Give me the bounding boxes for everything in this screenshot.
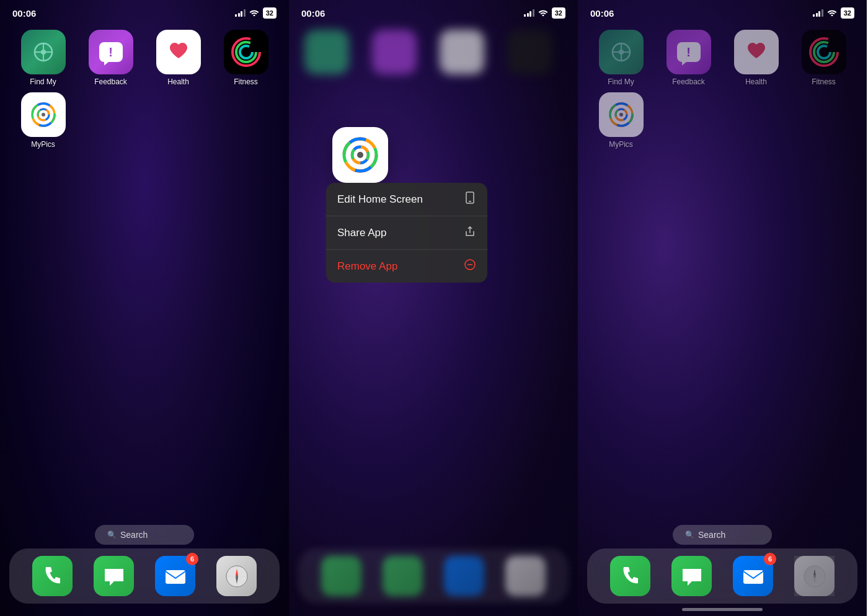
feedback-label-1: Feedback	[94, 77, 127, 86]
app-health-1[interactable]: Health	[151, 30, 206, 86]
svg-point-15	[42, 113, 45, 117]
remove-icon	[464, 258, 476, 274]
share-app-label: Share App	[337, 227, 386, 239]
feedback-icon-1: !	[89, 30, 133, 74]
screen3: 00:06 32	[578, 0, 867, 616]
dock-safari-3[interactable]	[794, 556, 835, 596]
svg-point-43	[818, 46, 830, 58]
dock-messages-1[interactable]	[94, 556, 134, 596]
app-grid-1: Find My ! Feedback Health	[0, 24, 289, 92]
app-fitness-1[interactable]: Fitness	[218, 30, 273, 86]
mypics-icon-3	[599, 92, 644, 137]
mypics-label-1: MyPics	[31, 140, 55, 149]
status-bar-1: 00:06 32	[0, 0, 289, 24]
health-label-3: Health	[745, 77, 767, 86]
health-icon-1	[156, 30, 201, 74]
dock-mail-3[interactable]: 6	[733, 556, 773, 596]
findmy-label-3: Find My	[608, 77, 634, 86]
wifi-icon-3	[827, 9, 837, 18]
health-icon-3	[734, 30, 779, 74]
signal-icon-2	[524, 9, 534, 17]
status-bar-3: 00:06 32	[578, 0, 867, 24]
fitness-label-1: Fitness	[234, 77, 258, 86]
fitness-icon-1	[224, 30, 268, 74]
mypics-label-3: MyPics	[609, 140, 633, 149]
svg-point-23	[236, 575, 238, 578]
svg-point-57	[813, 575, 816, 578]
app-grid-row2-3: MyPics	[578, 92, 867, 149]
mail-badge-1: 6	[186, 553, 198, 565]
feedback-bubble-1: !	[99, 42, 123, 62]
screen2: 00:06 32	[289, 0, 578, 616]
app-fitness-3[interactable]: Fitness	[796, 30, 851, 86]
search-icon-3: 🔍	[685, 530, 694, 539]
svg-point-40	[619, 50, 624, 55]
app-grid-3: Find My ! Feedback Health	[578, 24, 867, 92]
dock-1: 6	[9, 548, 280, 604]
search-bar-3[interactable]: 🔍 Search	[673, 525, 772, 545]
app-findmy-3[interactable]: Find My	[593, 30, 649, 86]
svg-point-3	[41, 50, 46, 55]
battery-2: 32	[552, 7, 565, 19]
time-display-1: 00:06	[12, 8, 36, 19]
mypics-icon-1	[21, 92, 66, 137]
dock-mail-1[interactable]: 6	[155, 556, 195, 596]
search-bar-1[interactable]: 🔍 Search	[95, 525, 194, 545]
svg-point-32	[357, 152, 363, 158]
findmy-label-1: Find My	[30, 77, 56, 86]
status-right-1: 32	[235, 7, 277, 19]
context-menu: Edit Home Screen Share App Remove App	[326, 183, 487, 283]
app-mypics-3[interactable]: MyPics	[593, 92, 649, 149]
status-right-2: 32	[524, 7, 565, 19]
time-display-3: 00:06	[590, 8, 614, 19]
svg-point-52	[619, 113, 623, 117]
fitness-label-3: Fitness	[812, 77, 836, 86]
app-grid-row2-1: MyPics	[0, 92, 289, 149]
battery-3: 32	[841, 7, 854, 19]
findmy-icon-3	[599, 30, 644, 74]
search-text-1: Search	[120, 530, 148, 540]
dock-safari-1[interactable]	[216, 556, 257, 596]
share-icon	[464, 225, 476, 240]
wifi-icon-2	[538, 9, 548, 18]
dock-phone-3[interactable]	[610, 556, 650, 596]
dock-phone-1[interactable]	[32, 556, 73, 596]
dock-messages-3[interactable]	[671, 556, 712, 596]
screen1: 00:06 32	[0, 0, 289, 616]
remove-app-label: Remove App	[337, 260, 397, 273]
signal-icon-3	[813, 9, 823, 17]
app-findmy-1[interactable]: Find My	[16, 30, 71, 86]
blurred-bg-2	[289, 24, 578, 81]
search-icon-1: 🔍	[107, 530, 117, 539]
phone-icon	[464, 191, 476, 207]
context-menu-share-app[interactable]: Share App	[326, 216, 487, 250]
blurred-dock-2	[298, 548, 569, 604]
app-feedback-3[interactable]: ! Feedback	[661, 30, 716, 86]
dock-3: 6	[587, 548, 857, 604]
svg-rect-53	[743, 570, 763, 584]
context-menu-edit-home[interactable]: Edit Home Screen	[326, 183, 487, 216]
search-text-3: Search	[698, 530, 725, 540]
wifi-icon-1	[249, 9, 259, 18]
health-label-1: Health	[167, 77, 189, 86]
signal-icon-1	[235, 9, 246, 17]
battery-1: 32	[263, 7, 277, 19]
svg-rect-16	[166, 570, 185, 584]
fitness-icon-3	[802, 30, 846, 74]
app-health-3[interactable]: Health	[728, 30, 784, 86]
mail-badge-3: 6	[764, 553, 776, 565]
context-menu-remove-app[interactable]: Remove App	[326, 250, 487, 283]
edit-home-label: Edit Home Screen	[337, 193, 423, 206]
app-mypics-1[interactable]: MyPics	[16, 92, 71, 149]
home-indicator-3	[682, 608, 763, 611]
status-right-3: 32	[813, 7, 854, 19]
feedback-icon-3: !	[666, 30, 711, 74]
time-display-2: 00:06	[301, 8, 325, 19]
app-feedback-1[interactable]: ! Feedback	[83, 30, 138, 86]
status-bar-2: 00:06 32	[289, 0, 578, 24]
svg-point-6	[240, 46, 252, 58]
floating-mypics-icon[interactable]	[332, 127, 388, 183]
findmy-icon-1	[21, 30, 66, 74]
feedback-label-3: Feedback	[672, 77, 705, 86]
